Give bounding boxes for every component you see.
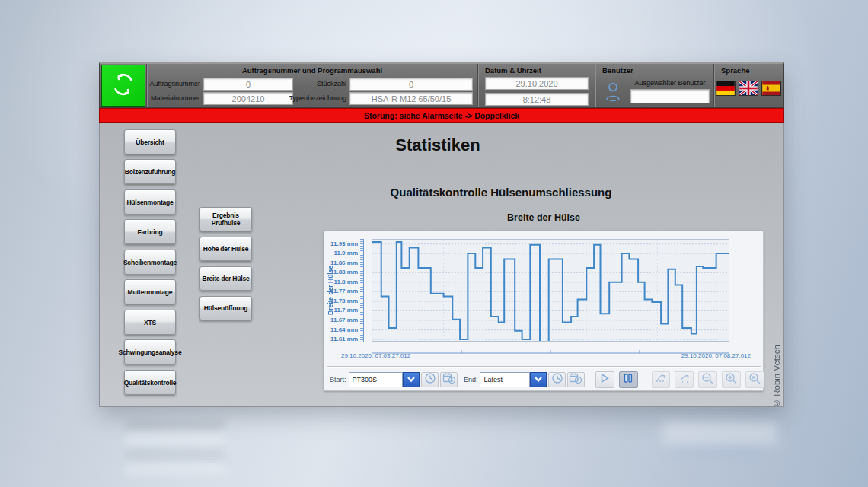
typenbezeichnung-field[interactable]: HSA-R M12 65/50/15: [349, 92, 473, 105]
chart-y-tick-label: 11.77 mm: [330, 288, 358, 294]
sidebar-item-xts[interactable]: XTS: [124, 310, 176, 335]
sidebar-item-schwingungsanalyse[interactable]: Schwingungsanalyse: [124, 339, 176, 364]
chart-plot[interactable]: [372, 239, 729, 342]
calendar-clock-icon: [442, 372, 456, 387]
zoom-reset-button[interactable]: [745, 371, 764, 388]
end-time-picker-button[interactable]: [548, 372, 566, 387]
page-title: Statistiken: [286, 135, 590, 155]
chart-x-axis: [372, 344, 729, 352]
end-combobox[interactable]: Latest: [480, 372, 530, 387]
header-bar: Auftragsnummer und Programmauswahl Auftr…: [99, 62, 784, 108]
measure-icon: [654, 372, 668, 387]
subnav-item-hoehe-der-huelse[interactable]: Höhe der Hülse: [199, 237, 252, 261]
stueckzahl-field[interactable]: 0: [349, 78, 473, 91]
calendar-clock-icon: [569, 372, 582, 387]
auftragsnummer-field[interactable]: 0: [203, 78, 293, 91]
stueckzahl-label: Stückzahl: [296, 80, 346, 88]
date-field: 29.10.2020: [485, 77, 589, 90]
chart-y-tick-label: 11.67 mm: [330, 317, 358, 323]
pan-icon: [678, 372, 691, 387]
trend-chart-panel: Breite der Hülse 11.93 mm11.9 mm11.86 mm…: [324, 231, 764, 391]
chart-y-tick-label: 11.8 mm: [333, 279, 358, 285]
start-dropdown-button[interactable]: [403, 372, 420, 387]
pause-icon: [622, 372, 634, 387]
chart-x-end-label: 29.10.2020, 07:08:27,012: [681, 352, 751, 359]
start-time-picker-button[interactable]: [421, 372, 439, 387]
chart-y-tick-label: 11.61 mm: [330, 336, 358, 342]
user-title: Benutzer: [595, 66, 713, 75]
language-title: Sprache: [714, 66, 784, 75]
datetime-title: Datum & Uhrzeit: [478, 66, 595, 75]
zoom-out-button[interactable]: [698, 371, 717, 388]
zoom-out-icon: [701, 372, 714, 388]
german-flag[interactable]: [716, 81, 736, 96]
window-reflection: [640, 417, 784, 478]
program-section-title: Auftragsnummer und Programmauswahl: [147, 66, 477, 75]
user-icon[interactable]: [603, 81, 623, 107]
subnav-item-ergebnis-pruefhuelse[interactable]: Ergebnis Prüfhülse: [199, 207, 252, 231]
hmi-window: Auftragsnummer und Programmauswahl Auftr…: [99, 62, 784, 407]
chart-title: Breite der Hülse: [429, 212, 658, 223]
chevron-down-icon: [406, 373, 416, 387]
clock-icon: [551, 372, 563, 387]
end-label: End:: [464, 376, 478, 384]
toolbar-divider: [327, 366, 761, 368]
sidebar-item-huelsenmontage[interactable]: Hülsenmontage: [124, 189, 176, 215]
user-section: Benutzer Ausgewählter Benutzer: [595, 64, 713, 107]
subnav-item-breite-der-huelse[interactable]: Breite der Hülse: [199, 266, 252, 291]
chart-y-labels: 11.93 mm11.9 mm11.86 mm11.83 mm11.8 mm11…: [335, 239, 359, 342]
time-field: 8:12:48: [485, 93, 589, 106]
page-subtitle: Qualitätskontrolle Hülsenumschliessung: [311, 186, 691, 199]
materialnummer-field[interactable]: 2004210: [203, 92, 293, 105]
auftragsnummer-label: Auftragsnummer: [148, 80, 200, 88]
play-button[interactable]: [595, 371, 614, 388]
play-icon: [598, 372, 611, 387]
clock-icon: [424, 372, 436, 387]
uk-flag[interactable]: [739, 81, 758, 96]
chart-y-tick-label: 11.83 mm: [330, 269, 358, 275]
sidebar-item-scheibenmontage[interactable]: Scheibenmontage: [124, 250, 176, 275]
datetime-section: Datum & Uhrzeit 29.10.2020 8:12:48: [477, 64, 595, 107]
zoom-in-button[interactable]: [722, 371, 741, 388]
zoom-reset-icon: [748, 372, 761, 388]
sidebar-item-bolzenzufuehrung[interactable]: Bolzenzuführung: [124, 159, 176, 184]
chart-y-tick-label: 11.9 mm: [333, 250, 358, 256]
end-dropdown-button[interactable]: [530, 372, 547, 387]
start-combobox[interactable]: PT300S: [349, 372, 404, 387]
program-section: Auftragsnummer und Programmauswahl Auftr…: [146, 64, 477, 107]
chevron-down-icon: [533, 373, 544, 387]
start-label: Start:: [330, 376, 346, 384]
subnav-item-huelsenoeffnung[interactable]: Hülsenöffnung: [199, 296, 252, 320]
language-section: Sprache: [713, 64, 784, 107]
chart-y-axis-ruler: [360, 239, 364, 342]
chart-y-tick-label: 11.7 mm: [333, 307, 358, 314]
measure-button[interactable]: [652, 371, 671, 388]
materialnummer-label: Materialnummer: [148, 94, 200, 102]
chart-y-tick-label: 11.93 mm: [330, 240, 358, 247]
start-date-picker-button[interactable]: [440, 372, 458, 387]
alarm-banner[interactable]: Störung: siehe Alarmseite -> Doppelklick: [99, 108, 784, 123]
sidebar-item-farbring[interactable]: Farbring: [124, 219, 176, 244]
sidebar-item-muttermontage[interactable]: Muttermontage: [124, 279, 176, 304]
typenbezeichnung-label: Typenbezeichnung: [289, 94, 346, 102]
spanish-flag[interactable]: [761, 81, 781, 96]
sidebar-item-qualitaetskontrolle[interactable]: Qualitätskontrolle: [124, 370, 176, 395]
selected-user-label: Ausgewählter Benutzer: [629, 79, 711, 87]
end-date-picker-button[interactable]: [567, 372, 585, 387]
window-reflection: [122, 417, 236, 487]
chart-x-start-label: 29.10.2020, 07:03:27,012: [341, 352, 410, 359]
machine-status-button[interactable]: [101, 65, 145, 107]
sidebar-item-uebersicht[interactable]: Übersicht: [124, 129, 176, 154]
credit-text: © Robin Vetsch: [771, 320, 783, 408]
pan-button[interactable]: [675, 371, 694, 388]
selected-user-field[interactable]: [630, 89, 710, 103]
chart-y-tick-label: 11.64 mm: [330, 326, 358, 333]
refresh-icon: [110, 71, 137, 101]
chart-toolbar: Start: PT300S: [324, 369, 764, 390]
zoom-in-icon: [725, 372, 738, 388]
chart-y-tick-label: 11.73 mm: [330, 298, 358, 304]
pause-button[interactable]: [619, 371, 638, 388]
chart-y-tick-label: 11.86 mm: [330, 259, 358, 266]
